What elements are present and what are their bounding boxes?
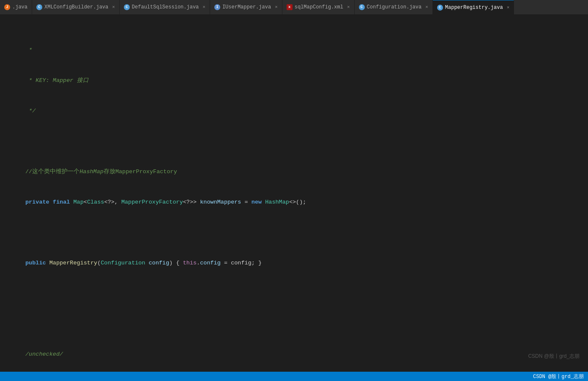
tab-defaultsql-close[interactable]: × xyxy=(202,5,205,10)
code-line-blank3 xyxy=(25,288,588,299)
code-content[interactable]: * * KEY: Mapper 接口 */ //这个类中维护一个HashMap存… xyxy=(21,15,588,372)
tab-sqlmapconfig[interactable]: x sqlMapConfig.xml × xyxy=(282,0,355,14)
watermark: CSDN @殷丨grd_志朋 xyxy=(528,353,580,360)
tab-bar: J .java C XMLConfigBuilder.java × C Defa… xyxy=(0,0,588,15)
tab-sqlmapconfig-icon: x xyxy=(287,4,293,10)
tab-java[interactable]: J .java xyxy=(0,0,32,14)
tab-defaultsql-label: DefaultSqlSession.java xyxy=(132,4,199,10)
tab-mapperregistry[interactable]: C MapperRegistry.java × xyxy=(433,0,514,14)
status-bar: CSDN @殷丨grd_志朋 xyxy=(0,372,588,381)
code-line-blank4 xyxy=(25,319,588,329)
tab-mapperregistry-label: MapperRegistry.java xyxy=(445,5,503,11)
code-line-constructor: public MapperRegistry(Configuration conf… xyxy=(25,258,588,268)
code-line-comment-hashmap: //这个类中维护一个HashMap存放MapperProxyFactory xyxy=(25,167,588,177)
tab-configuration-close[interactable]: × xyxy=(425,5,428,10)
code-line-2: * KEY: Mapper 接口 xyxy=(25,76,588,86)
code-line-field: private final Map<Class<?>, MapperProxyF… xyxy=(25,197,588,207)
tab-sqlmapconfig-close[interactable]: × xyxy=(347,5,350,10)
tab-java-label: .java xyxy=(12,4,27,10)
tab-iusermapper-label: IUserMapper.java xyxy=(222,4,271,10)
code-area: * * KEY: Mapper 接口 */ //这个类中维护一个HashMap存… xyxy=(0,15,588,372)
tab-xmlconfig-label: XMLConfigBuilder.java xyxy=(44,4,108,10)
tab-configuration-label: Configuration.java xyxy=(367,4,422,10)
tab-xmlconfigbuilder[interactable]: C XMLConfigBuilder.java × xyxy=(32,0,120,14)
tab-sqlmapconfig-label: sqlMapConfig.xml xyxy=(295,4,343,10)
tab-iusermapper[interactable]: I IUserMapper.java × xyxy=(210,0,282,14)
tab-defaultsql-icon: C xyxy=(124,4,130,10)
tab-configuration[interactable]: C Configuration.java × xyxy=(355,0,433,14)
code-line-3: */ xyxy=(25,106,588,116)
tab-xmlconfig-icon: C xyxy=(36,4,42,10)
code-line-blank2 xyxy=(25,228,588,238)
tab-mapperregistry-icon: C xyxy=(437,5,443,11)
code-line-1: * xyxy=(25,45,588,55)
tab-configuration-icon: C xyxy=(359,4,365,10)
tab-defaultsqlsession[interactable]: C DefaultSqlSession.java × xyxy=(120,0,210,14)
code-line-unchecked: /unchecked/ xyxy=(25,349,588,359)
code-line-blank1 xyxy=(25,136,588,147)
tab-xmlconfig-close[interactable]: × xyxy=(112,5,115,10)
tab-iusermapper-close[interactable]: × xyxy=(275,5,278,10)
tab-mapperregistry-close[interactable]: × xyxy=(507,5,510,10)
line-numbers xyxy=(0,15,21,372)
tab-java-icon: J xyxy=(4,4,10,10)
status-text: CSDN @殷丨grd_志朋 xyxy=(533,373,584,380)
tab-iusermapper-icon: I xyxy=(214,4,220,10)
